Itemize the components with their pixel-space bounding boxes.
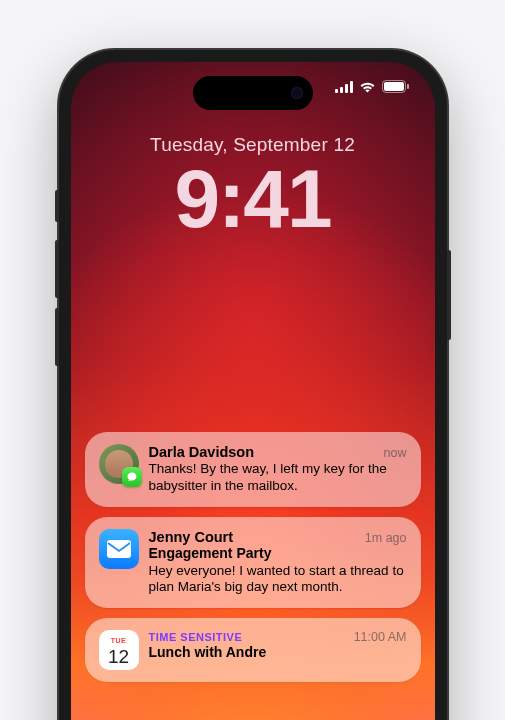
- notification-subject: Engagement Party: [149, 545, 407, 562]
- phone-frame: Tuesday, September 12 9:41 Darla Davidso…: [59, 50, 447, 720]
- volume-up-button[interactable]: [55, 240, 59, 298]
- svg-rect-1: [340, 87, 343, 93]
- front-camera-icon: [291, 87, 303, 99]
- notification-timestamp: 1m ago: [365, 531, 407, 545]
- notification-timestamp: 11:00 AM: [354, 630, 407, 644]
- notification-event-title: Lunch with Andre: [149, 644, 407, 661]
- notification-avatar-wrap: [99, 444, 139, 484]
- svg-rect-6: [407, 84, 409, 89]
- time-sensitive-badge: TIME SENSITIVE: [149, 631, 243, 643]
- calendar-app-icon: TUE 12: [99, 630, 139, 670]
- side-power-button[interactable]: [447, 250, 451, 340]
- calendar-icon-day-number: 12: [108, 647, 129, 666]
- notification-mail[interactable]: Jenny Court 1m ago Engagement Party Hey …: [85, 517, 421, 609]
- svg-rect-2: [345, 84, 348, 93]
- notification-messages[interactable]: Darla Davidson now Thanks! By the way, I…: [85, 432, 421, 507]
- svg-rect-3: [350, 81, 353, 93]
- messages-app-badge-icon: [122, 467, 142, 487]
- notification-body: Darla Davidson now Thanks! By the way, I…: [149, 444, 407, 495]
- svg-rect-5: [384, 82, 404, 91]
- silent-switch[interactable]: [55, 190, 59, 222]
- lock-screen-time: 9:41: [71, 158, 435, 240]
- wifi-icon: [359, 81, 376, 93]
- notification-list: Darla Davidson now Thanks! By the way, I…: [85, 432, 421, 682]
- notification-body: Jenny Court 1m ago Engagement Party Hey …: [149, 529, 407, 597]
- notification-app-icon-wrap: TUE 12: [99, 630, 139, 670]
- dynamic-island[interactable]: [193, 76, 313, 110]
- cellular-signal-icon: [335, 81, 353, 93]
- notification-preview: Thanks! By the way, I left my key for th…: [149, 461, 407, 495]
- lock-screen[interactable]: Tuesday, September 12 9:41 Darla Davidso…: [71, 62, 435, 720]
- notification-sender: Darla Davidson: [149, 444, 255, 460]
- status-bar: [335, 80, 409, 93]
- volume-down-button[interactable]: [55, 308, 59, 366]
- notification-preview: Hey everyone! I wanted to start a thread…: [149, 563, 407, 597]
- notification-sender: Jenny Court: [149, 529, 234, 545]
- datetime-block: Tuesday, September 12 9:41: [71, 134, 435, 240]
- notification-body: TIME SENSITIVE 11:00 AM Lunch with Andre: [149, 630, 407, 661]
- notification-app-icon-wrap: [99, 529, 139, 569]
- notification-calendar[interactable]: TUE 12 TIME SENSITIVE 11:00 AM Lunch wit…: [85, 618, 421, 682]
- svg-rect-7: [107, 540, 131, 558]
- notification-timestamp: now: [384, 446, 407, 460]
- battery-icon: [382, 80, 409, 93]
- calendar-icon-day-label: TUE: [99, 635, 139, 646]
- svg-rect-0: [335, 89, 338, 93]
- mail-app-icon: [99, 529, 139, 569]
